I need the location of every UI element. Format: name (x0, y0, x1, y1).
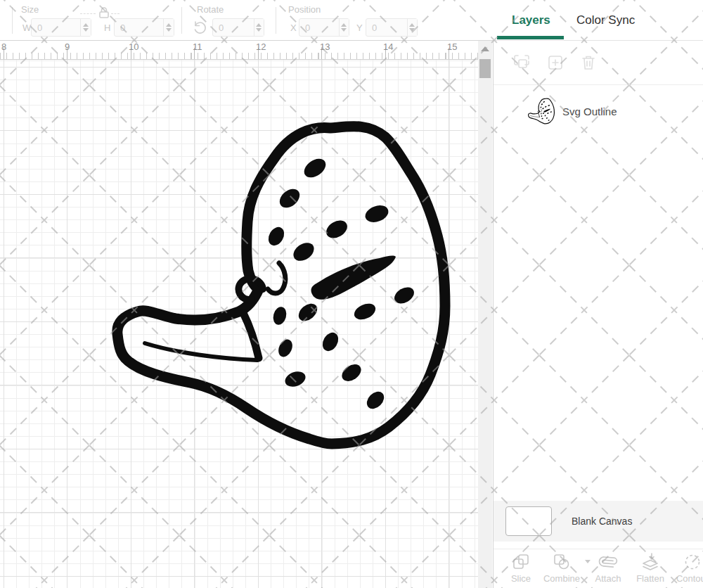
attach-button[interactable]: Attach (586, 552, 630, 584)
stepper-down-icon[interactable] (83, 28, 89, 32)
combine-label: Combine (543, 573, 580, 584)
scroll-up-arrow-icon[interactable] (481, 46, 489, 51)
contour-button[interactable]: Contour (671, 552, 703, 584)
rotate-input[interactable] (213, 19, 254, 36)
blank-canvas-label: Blank Canvas (572, 516, 632, 527)
lock-dash-right (111, 13, 120, 14)
stepper-down-icon[interactable] (409, 28, 415, 32)
rotate-stepper[interactable] (254, 19, 264, 36)
toolbar-divider (276, 7, 276, 34)
position-x-label: X (290, 23, 297, 33)
height-stepper[interactable] (163, 19, 174, 36)
position-x-input[interactable] (299, 19, 339, 36)
ruler-number: 10 (129, 41, 138, 52)
position-x-stepper[interactable] (339, 19, 349, 36)
height-label: H (104, 23, 110, 33)
duplicate-icon[interactable] (512, 53, 531, 72)
contour-icon (683, 552, 702, 572)
ruler-number: 11 (193, 41, 202, 52)
slice-label: Slice (511, 573, 531, 584)
width-stepper[interactable] (80, 19, 91, 36)
position-y-field-group (366, 18, 418, 37)
size-lock-icon[interactable] (98, 6, 110, 20)
delete-icon[interactable] (579, 53, 598, 72)
stepper-down-icon[interactable] (166, 28, 172, 32)
slice-icon (511, 552, 531, 572)
layer-name: Svg Outline (562, 106, 617, 117)
stepper-up-icon[interactable] (83, 23, 89, 27)
blank-canvas-swatch[interactable] (505, 506, 552, 536)
ruler-number: 14 (383, 41, 393, 52)
stepper-down-icon[interactable] (341, 28, 347, 32)
height-input[interactable] (115, 19, 163, 36)
panel-tab-bar: Layers Color Sync (494, 0, 703, 41)
lock-dash-left (80, 13, 96, 14)
layer-thumbnail (526, 97, 557, 125)
position-y-input[interactable] (366, 19, 407, 36)
rotate-field-group (212, 18, 264, 37)
toolbar-divider (12, 7, 13, 34)
ruler-number: 13 (320, 41, 330, 52)
stepper-up-icon[interactable] (341, 23, 347, 27)
ruler-major-ticks (0, 48, 478, 59)
layer-thumbnail-duck-icon (527, 98, 556, 124)
flatten-icon (640, 552, 660, 572)
layer-row-svg-outline[interactable]: Svg Outline (494, 90, 703, 132)
combine-button[interactable]: Combine (540, 552, 583, 584)
ruler-number: 15 (447, 41, 457, 52)
contour-label: Contour (676, 573, 703, 584)
flatten-button[interactable]: Flatten (628, 552, 672, 584)
design-canvas[interactable] (0, 60, 478, 588)
layer-tools-bar: Slice Combine Attach (494, 549, 703, 588)
stepper-up-icon[interactable] (166, 23, 172, 27)
stepper-up-icon[interactable] (409, 23, 415, 27)
edit-toolbar: Size W H Rotate Position X (0, 0, 494, 41)
width-input[interactable] (32, 19, 80, 36)
add-icon[interactable] (546, 53, 565, 72)
width-label: W (22, 23, 31, 33)
tab-layers[interactable]: Layers (512, 13, 550, 27)
tab-color-sync[interactable]: Color Sync (576, 13, 635, 27)
position-y-label: Y (356, 23, 363, 33)
flatten-label: Flatten (636, 573, 664, 584)
position-section-label: Position (288, 4, 321, 15)
scrollbar-thumb[interactable] (479, 59, 491, 78)
attach-label: Attach (595, 573, 621, 584)
width-field-group (31, 18, 91, 37)
position-x-field-group (299, 18, 349, 37)
slice-button[interactable]: Slice (499, 552, 543, 584)
layers-panel: Layers Color Sync Svg Outline (493, 0, 703, 588)
rotate-icon[interactable] (193, 20, 208, 35)
horizontal-ruler: 8 9 10 11 12 13 14 15 (0, 41, 478, 60)
blank-canvas-row[interactable]: Blank Canvas (494, 501, 703, 542)
ruler-number: 9 (65, 41, 70, 52)
height-field-group (114, 18, 174, 37)
size-section-label: Size (21, 4, 39, 15)
canvas-artwork-duck-mask-outline[interactable] (0, 60, 478, 588)
toolbar-divider (181, 7, 182, 34)
active-tab-underline (497, 36, 564, 39)
stepper-up-icon[interactable] (256, 23, 262, 27)
ruler-number: 12 (256, 41, 266, 52)
canvas-vertical-scrollbar[interactable] (478, 41, 492, 588)
ruler-number: 8 (1, 41, 6, 52)
position-y-stepper[interactable] (407, 19, 417, 36)
rotate-section-label: Rotate (197, 4, 224, 15)
attach-icon (598, 552, 618, 572)
panel-separator (494, 84, 703, 85)
combine-icon (552, 552, 572, 572)
stepper-down-icon[interactable] (256, 28, 262, 32)
